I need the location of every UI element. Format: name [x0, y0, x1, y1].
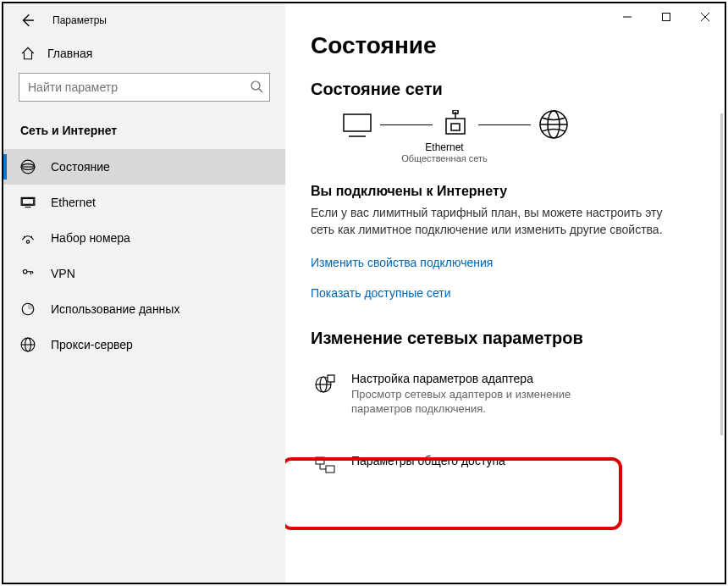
sidebar-home[interactable]: Главная: [3, 37, 285, 73]
option-sharing-settings[interactable]: Параметры общего доступа: [306, 442, 640, 493]
svg-rect-10: [22, 199, 34, 205]
search-icon: [250, 80, 263, 97]
svg-rect-23: [451, 124, 460, 130]
svg-point-12: [26, 240, 29, 243]
connected-heading: Вы подключены к Интернету: [311, 184, 708, 199]
sidebar-item-data-usage[interactable]: Использование данных: [3, 291, 285, 327]
sharing-icon: [314, 454, 338, 481]
link-show-networks[interactable]: Показать доступные сети: [311, 286, 708, 300]
sidebar-item-label: Набор номера: [51, 231, 130, 245]
svg-rect-32: [328, 375, 334, 382]
page-title: Состояние: [311, 32, 708, 59]
connected-description: Если у вас лимитный тарифный план, вы мо…: [311, 204, 666, 239]
section-heading-change-params: Изменение сетевых параметров: [311, 329, 708, 348]
svg-point-4: [251, 81, 260, 90]
sidebar-item-label: Состояние: [51, 160, 110, 174]
sidebar-item-status[interactable]: Состояние: [3, 149, 285, 185]
adapter-icon: [314, 372, 338, 417]
back-button[interactable]: [17, 10, 37, 30]
section-heading-network-status: Состояние сети: [311, 80, 708, 99]
sidebar-home-label: Главная: [47, 47, 92, 60]
svg-point-15: [23, 270, 27, 274]
svg-rect-34: [326, 466, 334, 473]
sidebar-item-label: Использование данных: [51, 302, 179, 316]
scrollbar[interactable]: [720, 113, 723, 435]
sidebar-item-proxy[interactable]: Прокси-сервер: [3, 327, 285, 362]
sidebar-item-vpn[interactable]: VPN: [3, 256, 285, 291]
option-title: Параметры общего доступа: [351, 454, 505, 467]
dialup-icon: [20, 230, 36, 246]
status-icon: [20, 159, 36, 174]
sidebar-item-label: VPN: [51, 267, 75, 280]
svg-rect-20: [344, 114, 371, 131]
search-input[interactable]: [19, 73, 270, 102]
main-content: Состояние Состояние сети Ethernet Общест…: [285, 3, 725, 583]
ethernet-icon: [20, 195, 36, 210]
connection-type: Общественная сеть: [385, 153, 504, 163]
vpn-icon: [20, 266, 36, 281]
sidebar-item-label: Ethernet: [51, 196, 96, 209]
globe-icon: [536, 111, 571, 138]
link-change-properties[interactable]: Изменить свойства подключения: [311, 256, 708, 269]
proxy-icon: [20, 337, 36, 352]
data-usage-icon: [20, 301, 36, 317]
window-title: Параметры: [52, 14, 107, 26]
svg-rect-22: [446, 119, 465, 134]
sidebar-item-ethernet[interactable]: Ethernet: [3, 185, 285, 220]
home-icon: [20, 46, 36, 61]
svg-line-5: [259, 89, 262, 92]
sidebar-item-label: Прокси-сервер: [51, 338, 133, 351]
svg-rect-33: [316, 457, 324, 464]
option-title: Настройка параметров адаптера: [351, 372, 631, 385]
router-icon: [438, 111, 473, 138]
sidebar-item-dialup[interactable]: Набор номера: [3, 220, 285, 256]
network-diagram: [339, 111, 708, 138]
sidebar: Параметры Главная Сеть и Интернет Состоя…: [3, 3, 285, 583]
option-adapter-settings[interactable]: Настройка параметров адаптера Просмотр с…: [306, 360, 640, 428]
pc-icon: [339, 111, 375, 138]
connection-name: Ethernet: [385, 141, 504, 153]
option-description: Просмотр сетевых адаптеров и изменение п…: [351, 387, 631, 417]
sidebar-section-title: Сеть и Интернет: [3, 117, 285, 149]
